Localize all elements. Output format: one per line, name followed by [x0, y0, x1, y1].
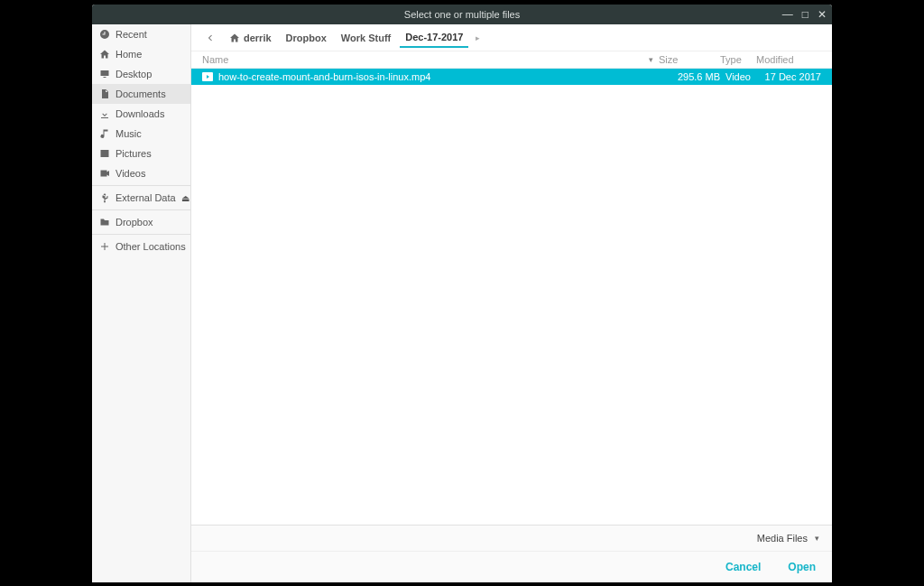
breadcrumb-home[interactable]: derrik — [224, 29, 277, 47]
file-list[interactable]: how-to-create-mount-and-burn-isos-in-lin… — [191, 69, 832, 525]
maximize-icon[interactable]: □ — [802, 9, 808, 20]
column-header-size[interactable]: Size — [659, 54, 720, 65]
folder-icon — [99, 217, 110, 228]
breadcrumb[interactable]: Dropbox — [281, 29, 332, 47]
filter-dropdown[interactable]: Media Files — [757, 533, 808, 544]
videos-icon — [99, 168, 110, 179]
column-header-type[interactable]: Type — [720, 54, 756, 65]
sidebar-item-label: Pictures — [116, 148, 152, 159]
back-button[interactable] — [200, 32, 220, 44]
sidebar-separator — [92, 209, 190, 210]
sidebar-item-other-locations[interactable]: Other Locations — [92, 237, 190, 256]
home-icon — [229, 33, 240, 43]
sidebar-separator — [92, 234, 190, 235]
sidebar-item-home[interactable]: Home — [92, 44, 190, 64]
window-controls: — □ ✕ — [782, 5, 827, 24]
sidebar-item-pictures[interactable]: Pictures — [92, 144, 190, 163]
column-label: Size — [659, 54, 678, 65]
cancel-button[interactable]: Cancel — [725, 561, 761, 573]
window-title: Select one or multiple files — [404, 9, 520, 20]
column-header-name[interactable]: Name ▾ — [202, 54, 659, 65]
sidebar-item-label: Recent — [116, 29, 147, 40]
sidebar-item-label: Other Locations — [116, 241, 186, 252]
breadcrumb-label: Work Stuff — [341, 33, 391, 43]
sidebar-item-downloads[interactable]: Downloads — [92, 104, 190, 124]
column-label: Name — [202, 54, 228, 65]
column-label: Modified — [756, 54, 794, 65]
file-type: Video — [720, 71, 756, 82]
button-row: Cancel Open — [191, 552, 832, 582]
main-panel: derrik Dropbox Work Stuff Dec-17-2017 ▸ … — [191, 24, 832, 582]
downloads-icon — [99, 108, 110, 119]
filter-row: Media Files ▾ — [191, 526, 832, 552]
chevron-down-icon[interactable]: ▾ — [815, 534, 819, 543]
file-modified: 17 Dec 2017 — [756, 71, 821, 82]
sidebar-item-label: Dropbox — [116, 217, 153, 228]
sidebar-item-videos[interactable]: Videos — [92, 163, 190, 183]
desktop-icon — [99, 69, 110, 79]
sidebar-item-documents[interactable]: Documents — [92, 84, 190, 104]
breadcrumb-label: Dec-17-2017 — [405, 32, 463, 42]
pathbar: derrik Dropbox Work Stuff Dec-17-2017 ▸ — [191, 24, 832, 51]
recent-icon — [99, 29, 110, 40]
breadcrumb-current[interactable]: Dec-17-2017 — [400, 28, 468, 48]
file-row[interactable]: how-to-create-mount-and-burn-isos-in-lin… — [191, 69, 832, 85]
sidebar-item-dropbox[interactable]: Dropbox — [92, 212, 190, 232]
documents-icon — [99, 88, 110, 99]
sort-indicator-icon: ▾ — [649, 55, 653, 64]
titlebar[interactable]: Select one or multiple files — □ ✕ — [92, 5, 832, 24]
sidebar: Recent Home Desktop Documents Downloads — [92, 24, 191, 582]
close-icon[interactable]: ✕ — [818, 9, 827, 20]
column-header-modified[interactable]: Modified — [756, 54, 821, 65]
sidebar-item-desktop[interactable]: Desktop — [92, 64, 190, 84]
sidebar-item-label: External Data — [116, 192, 176, 203]
sidebar-item-label: Home — [116, 49, 142, 60]
file-size: 295.6 MB — [659, 71, 720, 82]
minimize-icon[interactable]: — — [782, 9, 793, 20]
usb-icon — [99, 192, 110, 203]
column-label: Type — [720, 54, 742, 65]
home-icon — [99, 49, 110, 60]
column-headers: Name ▾ Size Type Modified — [191, 51, 832, 69]
sidebar-item-label: Downloads — [116, 108, 164, 119]
footer: Media Files ▾ Cancel Open — [191, 525, 832, 582]
pictures-icon — [99, 148, 110, 159]
sidebar-item-external-data[interactable]: External Data ⏏ — [92, 188, 190, 208]
video-file-icon — [202, 72, 213, 81]
breadcrumb-label: Dropbox — [286, 33, 327, 43]
sidebar-item-music[interactable]: Music — [92, 124, 190, 144]
plus-icon — [99, 241, 110, 252]
sidebar-item-label: Documents — [116, 88, 166, 99]
file-name: how-to-create-mount-and-burn-isos-in-lin… — [218, 71, 430, 82]
breadcrumb[interactable]: Work Stuff — [336, 29, 396, 47]
file-name-cell: how-to-create-mount-and-burn-isos-in-lin… — [202, 71, 659, 82]
open-button[interactable]: Open — [788, 561, 816, 573]
sidebar-item-recent[interactable]: Recent — [92, 24, 190, 44]
sidebar-item-label: Music — [116, 128, 142, 139]
file-chooser-window: Select one or multiple files — □ ✕ Recen… — [92, 5, 832, 582]
sidebar-separator — [92, 185, 190, 186]
chevron-right-icon[interactable]: ▸ — [472, 33, 484, 42]
content-area: Recent Home Desktop Documents Downloads — [92, 24, 832, 582]
filter-label: Media Files — [757, 533, 808, 544]
sidebar-item-label: Videos — [116, 168, 145, 179]
eject-icon[interactable]: ⏏ — [181, 193, 189, 203]
breadcrumb-label: derrik — [244, 33, 272, 43]
sidebar-item-label: Desktop — [116, 69, 152, 79]
music-icon — [99, 128, 110, 139]
